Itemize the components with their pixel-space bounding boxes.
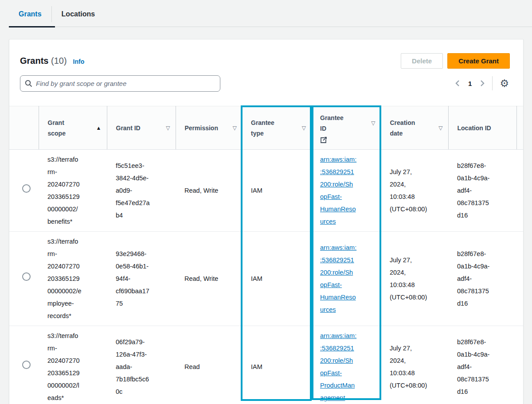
grants-panel: Grants (10) Info Delete Create Grant	[9, 39, 524, 404]
search-box	[20, 75, 220, 92]
column-header-permission[interactable]: Permission ▽	[176, 106, 242, 150]
grant-id-cell: 93e29468- 0e58-46b1- 94f4- cf690baa17 75	[116, 250, 149, 307]
pagination: 1	[454, 79, 486, 88]
info-link[interactable]: Info	[73, 58, 85, 65]
grantee-type-cell: IAM	[251, 187, 262, 194]
sort-ascending-icon[interactable]: ▲	[96, 125, 102, 131]
grantee-id-link[interactable]: arn:aws:iam: :536829251 200:role/Sh opFa…	[320, 153, 356, 228]
sortable-icon[interactable]: ▽	[233, 125, 237, 131]
page-number[interactable]: 1	[468, 80, 472, 87]
search-icon	[25, 80, 32, 87]
permission-cell: Read, Write	[184, 187, 218, 194]
create-grant-button[interactable]: Create Grant	[447, 53, 510, 69]
settings-gear-icon[interactable]: ⚙	[499, 78, 510, 89]
chevron-right-icon	[480, 80, 485, 87]
grants-table: Grant scope ▲ Grant ID ▽ Permission ▽	[9, 106, 523, 404]
grant-scope-cell: s3://terrafo rm- 202407270 203365129 000…	[47, 238, 82, 319]
row-radio-button[interactable]	[22, 184, 31, 193]
tabs-baseline	[9, 27, 532, 27]
column-header-grantee-id[interactable]: Grantee ID ▽	[311, 106, 381, 150]
grants-count: (10)	[51, 56, 67, 66]
location-id-cell: b28f67e8- 0a1b-4c9a- adf4- 08c781375 d16	[457, 162, 489, 219]
tab-locations-label: Locations	[62, 10, 95, 18]
tab-locations[interactable]: Locations	[52, 5, 105, 23]
permission-cell: Read, Write	[184, 275, 218, 282]
grantee-type-cell: IAM	[251, 363, 262, 370]
row-radio-button[interactable]	[22, 272, 31, 281]
permission-cell: Read	[184, 363, 200, 370]
delete-button[interactable]: Delete	[401, 53, 443, 69]
select-all-header	[9, 106, 39, 150]
page-title: Grants (10)	[20, 56, 67, 66]
next-page-button[interactable]	[479, 79, 486, 88]
column-header-grant-id[interactable]: Grant ID ▽	[107, 106, 176, 150]
chevron-left-icon	[455, 80, 460, 87]
table-row: s3://terrafo rm- 202407270 203365129 000…	[9, 232, 523, 326]
location-id-cell: b28f67e8- 0a1b-4c9a- adf4- 08c781375 d16	[457, 250, 489, 307]
grant-scope-cell: s3://terrafo rm- 202407270 203365129 000…	[47, 332, 80, 401]
location-id-cell: b28f67e8- 0a1b-4c9a- adf4- 08c781375 d16	[457, 338, 489, 395]
previous-page-button[interactable]	[454, 79, 461, 88]
external-link-icon	[320, 136, 376, 144]
grant-id-cell: f5c51ee3- 3842-4d5e- a0d9- f5e47ed27a b4	[116, 162, 150, 219]
sortable-icon[interactable]: ▽	[166, 125, 170, 131]
column-header-overflow	[516, 106, 523, 150]
tab-grants[interactable]: Grants	[9, 5, 51, 23]
creation-date-cell: July 27, 2024, 10:03:48 (UTC+08:00)	[390, 345, 427, 389]
table-header-row: Grant scope ▲ Grant ID ▽ Permission ▽	[9, 106, 523, 150]
grantee-id-link[interactable]: arn:aws:iam: :536829251 200:role/Sh opFa…	[320, 330, 356, 404]
creation-date-cell: July 27, 2024, 10:03:48 (UTC+08:00)	[390, 168, 427, 213]
table-row: s3://terrafo rm- 202407270 203365129 000…	[9, 326, 523, 404]
toolbar-divider	[492, 76, 493, 90]
creation-date-cell: July 27, 2024, 10:03:48 (UTC+08:00)	[390, 256, 427, 301]
column-header-creation-date[interactable]: Creation date ▽	[381, 106, 448, 150]
column-header-grant-scope[interactable]: Grant scope ▲	[39, 106, 107, 150]
grant-scope-cell: s3://terrafo rm- 202407270 203365129 000…	[47, 156, 80, 225]
column-header-grantee-type[interactable]: Grantee type ▽	[242, 106, 311, 150]
active-tab-underline	[9, 26, 55, 27]
tab-grants-label: Grants	[19, 10, 42, 18]
panel-header: Grants (10) Info Delete Create Grant	[9, 39, 523, 92]
table-row: s3://terrafo rm- 202407270 203365129 000…	[9, 150, 523, 232]
grantee-type-cell: IAM	[251, 275, 262, 282]
grant-id-cell: 06f29a79- 126a-47f3- aada- 7b18fbc5c6 0c	[116, 338, 149, 395]
grantee-id-link[interactable]: arn:aws:iam: :536829251 200:role/Sh opFa…	[320, 241, 356, 316]
search-input[interactable]	[36, 80, 215, 87]
sortable-icon[interactable]: ▽	[302, 125, 306, 131]
sortable-icon[interactable]: ▽	[438, 125, 442, 131]
row-radio-button[interactable]	[22, 361, 31, 369]
sortable-icon[interactable]: ▽	[371, 120, 375, 126]
column-header-location-id: Location ID	[448, 106, 516, 150]
tabs-bar: Grants Locations	[0, 0, 532, 28]
